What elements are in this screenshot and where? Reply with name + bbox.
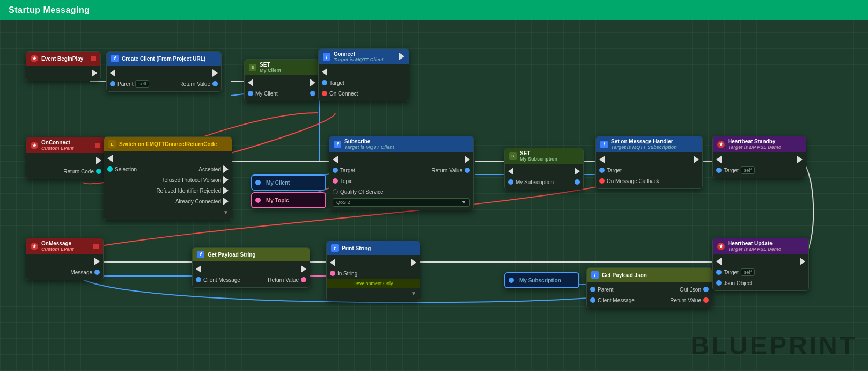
set-my-sub-header: S SET My Subscription (505, 148, 583, 164)
exec-in-pin (333, 156, 338, 163)
return-val-pin (465, 168, 470, 173)
heartbeat-standby-node: ★ Heartbeat Standby Target is BP PSL Dem… (712, 136, 806, 178)
on-message-node: ★ OnMessage Custom Event Message (26, 238, 104, 280)
exec-row (713, 256, 808, 267)
fn-icon: f (111, 55, 119, 62)
on-msg-callback-row: On Message Callback (596, 176, 702, 186)
my-sub-var-header: My Subscription (505, 273, 578, 287)
value-pin-out (310, 91, 315, 96)
subscribe-subtitle: Target is MQTT Client (344, 144, 394, 150)
my-sub-pin-label: My Subscription (516, 179, 554, 185)
target-value: self (741, 268, 755, 276)
exec-in-pin (110, 69, 115, 77)
target-value: self (741, 166, 755, 174)
refused-proto-pin (223, 176, 229, 184)
set-my-client-body: My Client (245, 75, 319, 101)
create-client-body: Parent self Return Value (107, 66, 221, 91)
exec-out-row (26, 68, 100, 78)
value-pin-out (575, 179, 580, 185)
target-pin (322, 80, 327, 85)
selection-row: Selection Accepted (104, 164, 232, 174)
exec-out-pin (694, 156, 699, 163)
connect-subtitle: Target is MQTT Client (334, 57, 384, 62)
set-my-sub-label: SET (520, 150, 557, 156)
return-val-label: Return Value (670, 297, 701, 303)
set-my-client-node: S SET My Client My Client (244, 59, 319, 101)
exec-out-pin (96, 157, 101, 164)
on-connect-header: ★ OnConnect Custom Event (26, 137, 105, 153)
get-payload-json-body: Parent Out Json Client Message Return Va… (587, 282, 712, 308)
in-string-label: In String (337, 271, 357, 277)
return-code-pin (96, 169, 101, 174)
exec-in-pin (508, 168, 513, 175)
fn-icon: f (591, 271, 599, 279)
topic-pin (333, 178, 338, 184)
json-obj-pin (716, 280, 722, 286)
on-message-header: ★ OnMessage Custom Event (26, 238, 103, 254)
json-obj-label: Json Object (724, 280, 752, 286)
heartbeat-standby-body: Target self (713, 152, 806, 178)
target-label: Target (340, 168, 355, 173)
event-icon: ★ (31, 142, 38, 149)
on-connect-subtitle: Custom Event (41, 146, 74, 151)
exec-out-row (26, 256, 103, 267)
exec-in-pin (107, 155, 113, 162)
value-pin-in (248, 91, 253, 96)
qos-value: QoS 2 (336, 200, 350, 205)
in-string-pin (330, 271, 335, 276)
fn-icon: f (334, 141, 341, 148)
on-connect-node: ★ OnConnect Custom Event Return Code (26, 137, 105, 179)
fn-icon: f (600, 141, 608, 148)
connect-header: f Connect Target is MQTT Client (319, 49, 409, 64)
on-connect-pin (322, 91, 327, 96)
connect-label: Connect (334, 51, 384, 57)
exec-out-row (26, 155, 105, 166)
get-payload-str-body: Client Message Return Value (193, 261, 310, 287)
exec-out-pin (800, 258, 805, 265)
exec-in-pin (330, 259, 335, 266)
exec-in-row (107, 68, 221, 78)
exec-out-pin (310, 79, 315, 86)
set-my-client-header: S SET My Client (245, 60, 319, 75)
subscribe-body: Target Return Value Topic Quality Of Ser… (329, 152, 473, 210)
print-chevron-row: ▼ (327, 288, 420, 299)
print-string-node: f Print String In String Development Onl… (326, 241, 420, 301)
on-msg-callback-label: On Message Callback (607, 178, 659, 184)
client-msg-pin (590, 297, 595, 303)
fn-icon: f (323, 53, 330, 61)
out-json-pin (703, 287, 709, 292)
my-topic-var-node: My Topic (251, 192, 326, 208)
exec-in-row (319, 67, 409, 77)
print-string-header: f Print String (327, 241, 420, 255)
switch-label: Switch on EMQTTConnectReturnCode (119, 141, 217, 147)
my-sub-var-label: My Subscription (519, 278, 561, 283)
qos-dropdown[interactable]: QoS 2 ▼ (333, 198, 470, 207)
already-connected-row: Already Connected (104, 196, 232, 207)
parent-row: Parent self Return Value (107, 78, 221, 89)
event-begin-play-label: Event BeginPlay (41, 56, 83, 62)
topic-label: Topic (340, 178, 352, 184)
exec-out-pin (575, 168, 580, 175)
get-payload-str-label: Get Payload String (208, 252, 255, 258)
return-label: Return Value (179, 81, 210, 87)
exec-out-pin (465, 156, 470, 163)
heartbeat-update-subtitle: Target is BP PSL Demo (728, 246, 781, 252)
my-client-var-label: My Client (266, 180, 290, 186)
out-json-label: Out Json (680, 287, 701, 293)
heartbeat-update-header: ★ Heartbeat Update Target is BP PSL Demo (713, 238, 808, 254)
switch-header: E Switch on EMQTTConnectReturnCode (104, 137, 232, 151)
exec-row (245, 77, 319, 88)
refused-id-pin (223, 187, 229, 194)
target-label: Target (607, 168, 622, 173)
exec-in-pin (716, 258, 722, 265)
heartbeat-standby-label: Heartbeat Standby (728, 139, 781, 144)
qos-label: Quality Of Service (340, 189, 384, 195)
exec-in-pin (716, 156, 722, 163)
refused-proto-row: Refused Protocol Version (104, 174, 232, 185)
target-row: Target self (713, 267, 808, 278)
return-val-pin (703, 297, 709, 303)
dropdown-chevron: ▼ (461, 200, 466, 205)
heartbeat-update-node: ★ Heartbeat Update Target is BP PSL Demo… (712, 238, 809, 291)
refused-id-row: Refused Identifier Rejected (104, 185, 232, 196)
target-pin (333, 168, 338, 173)
